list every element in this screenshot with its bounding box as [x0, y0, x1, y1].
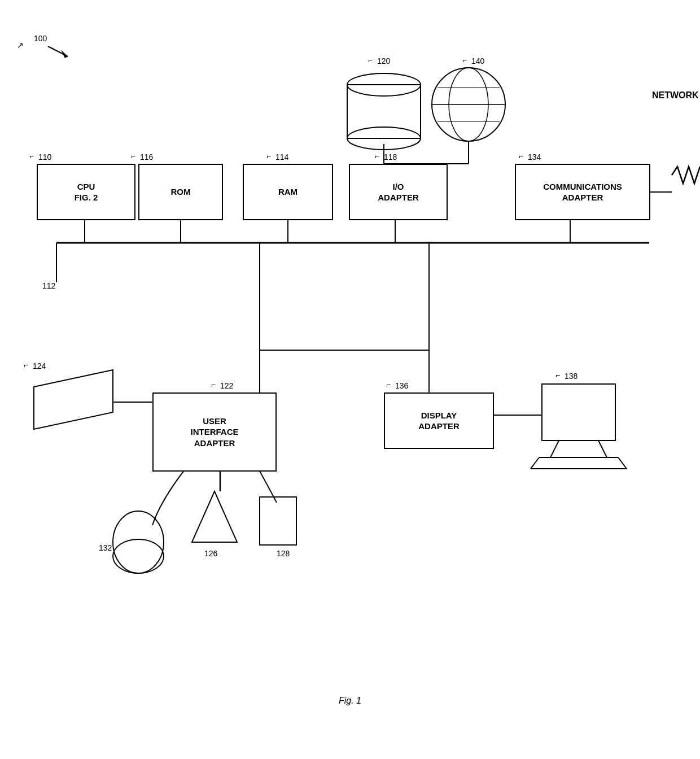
svg-marker-31 [192, 491, 237, 542]
ref-110: 110 [38, 152, 51, 162]
figure-label: Fig. 1 [339, 696, 361, 706]
svg-point-29 [113, 511, 164, 573]
svg-marker-26 [34, 370, 113, 429]
network-label: NETWORK [652, 90, 699, 101]
svg-line-36 [598, 440, 607, 457]
display-adapter-box: DISPLAYADAPTER [384, 392, 494, 449]
rom-box: ROM [138, 164, 223, 220]
ref-118: 118 [384, 152, 397, 162]
ref-114: 114 [275, 152, 288, 162]
svg-marker-42 [61, 50, 68, 58]
ref-100-arrow: ↗ [17, 41, 24, 50]
svg-point-14 [449, 68, 488, 141]
cpu-box: CPUFIG. 2 [37, 164, 135, 220]
svg-rect-10 [347, 85, 421, 138]
io-adapter-box: I/OADAPTER [349, 164, 448, 220]
ref-100: 100 [34, 34, 47, 43]
comm-adapter-box: COMMUNICATIONSADAPTER [515, 164, 650, 220]
ref-134: 134 [528, 152, 541, 162]
svg-line-38 [531, 457, 539, 469]
svg-rect-32 [260, 497, 296, 545]
ui-adapter-box: USERINTERFACEADAPTER [152, 392, 277, 472]
ref-136: 136 [395, 381, 408, 390]
ref-138: 138 [565, 372, 578, 381]
svg-point-30 [113, 539, 164, 573]
svg-point-9 [347, 73, 421, 96]
ref-132: 132 [99, 543, 112, 552]
ref-120: 120 [377, 56, 390, 66]
svg-line-39 [618, 457, 627, 469]
ram-box: RAM [243, 164, 333, 220]
diagram: 100 ↗ CPUFIG. 2 110 ⌐ ROM 116 ⌐ RAM 114 … [0, 0, 700, 723]
svg-line-41 [48, 46, 68, 56]
ref-140: 140 [471, 56, 484, 66]
svg-line-35 [550, 440, 559, 457]
ref-128: 128 [277, 549, 290, 558]
ref-124: 124 [33, 361, 46, 370]
ref-126: 126 [204, 549, 217, 558]
svg-point-11 [347, 127, 421, 150]
ref-122: 122 [220, 381, 233, 390]
ref-112: 112 [42, 281, 55, 290]
diagram-svg [0, 0, 700, 723]
svg-point-13 [432, 68, 505, 141]
svg-rect-34 [542, 384, 615, 440]
ref-116: 116 [140, 152, 153, 162]
